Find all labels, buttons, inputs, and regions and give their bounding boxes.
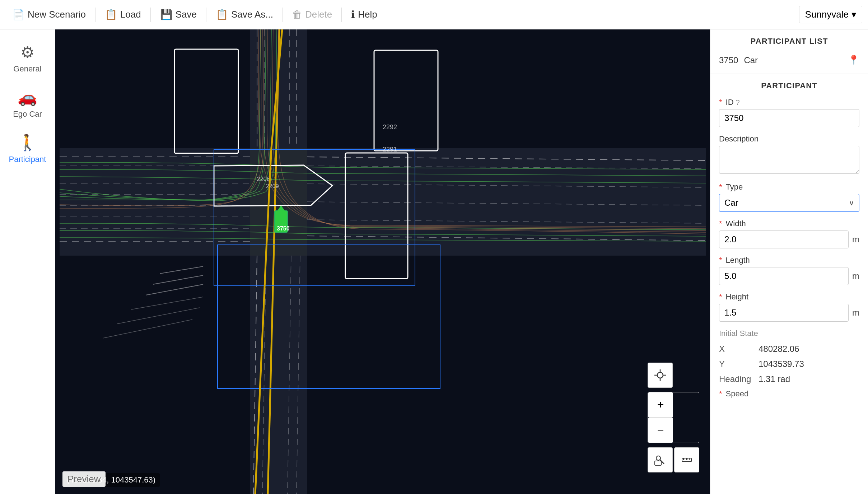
type-label-text: Type — [726, 182, 743, 192]
map-container[interactable]: 2292 2291 2208 2209 3750 — [55, 29, 710, 494]
map-tool-button[interactable] — [648, 447, 673, 472]
state-y-row: Y 1043539.73 — [719, 359, 859, 369]
length-unit: m — [852, 271, 859, 281]
state-heading-value: 1.31 rad — [759, 374, 790, 384]
description-field-row: Description — [719, 134, 859, 175]
zoom-out-button[interactable]: − — [648, 418, 673, 443]
svg-text:3750: 3750 — [277, 225, 290, 232]
svg-line-52 — [660, 460, 664, 464]
zoom-controls: + − — [648, 392, 699, 443]
help-button[interactable]: ℹ Help — [345, 4, 383, 25]
divider-5 — [341, 8, 342, 22]
description-textarea[interactable] — [719, 146, 859, 174]
zoom-in-button[interactable]: + — [648, 392, 673, 418]
width-input[interactable] — [719, 230, 849, 248]
divider-4 — [283, 8, 283, 22]
save-button[interactable]: 💾 Save — [154, 4, 203, 25]
right-panel: PARTICIPANT LIST 3750 Car 📍 PARTICIPANT … — [710, 29, 868, 494]
chevron-down-icon: ▾ — [851, 9, 856, 20]
map-tool-icon — [654, 454, 666, 466]
participant-list-row[interactable]: 3750 Car 📍 — [719, 51, 859, 69]
description-label-text: Description — [719, 134, 759, 144]
length-field-row: * Length m — [719, 256, 859, 285]
svg-rect-2 — [60, 148, 706, 256]
gear-icon: ⚙ — [20, 43, 34, 61]
state-heading-label: Heading — [719, 374, 759, 384]
sidebar-item-participant[interactable]: 🚶 Participant — [4, 127, 51, 171]
new-scenario-icon: 📄 — [12, 9, 25, 20]
car-icon: 🚗 — [18, 88, 37, 107]
preview-label[interactable]: Preview — [62, 471, 106, 487]
svg-rect-53 — [655, 461, 661, 465]
id-field-label: * ID ? — [719, 98, 859, 107]
type-select-wrapper: ∨ — [719, 194, 859, 212]
svg-rect-0 — [60, 29, 706, 494]
sidebar-participant-label: Participant — [9, 155, 46, 164]
state-x-row: X 480282.06 — [719, 344, 859, 354]
height-input[interactable] — [719, 304, 849, 322]
location-label: Sunnyvale — [805, 9, 849, 20]
map-controls: + − — [648, 363, 699, 472]
height-label-text: Height — [726, 292, 749, 302]
left-sidebar: ⚙ General 🚗 Ego Car 🚶 Participant — [0, 29, 55, 494]
recenter-button[interactable] — [648, 363, 673, 388]
id-field-row: * ID ? — [719, 98, 859, 127]
id-label-text: ID — [726, 98, 734, 107]
new-scenario-label: New Scenario — [28, 9, 86, 20]
state-y-value: 1043539.73 — [759, 359, 804, 369]
crosshair-icon — [654, 369, 667, 382]
sidebar-item-general[interactable]: ⚙ General — [4, 37, 51, 80]
load-button[interactable]: 📋 Load — [98, 4, 148, 25]
delete-button[interactable]: 🗑 Delete — [286, 4, 339, 25]
save-label: Save — [176, 9, 197, 20]
svg-text:2208: 2208 — [257, 176, 270, 182]
ruler-icon — [681, 454, 693, 466]
length-input[interactable] — [719, 267, 849, 285]
height-unit: m — [852, 308, 859, 318]
delete-icon: 🗑 — [292, 9, 302, 20]
main-area: ⚙ General 🚗 Ego Car 🚶 Participant — [0, 29, 868, 494]
minus-icon: − — [657, 424, 664, 437]
state-heading-row: Heading 1.31 rad — [719, 374, 859, 384]
save-as-label: Save As... — [231, 9, 273, 20]
height-field-row: * Height m — [719, 292, 859, 322]
location-selector[interactable]: Sunnyvale ▾ — [799, 6, 862, 23]
help-label: Help — [358, 9, 377, 20]
initial-state-title: Initial State — [719, 329, 859, 338]
sidebar-item-ego-car[interactable]: 🚗 Ego Car — [4, 81, 51, 125]
participant-list-id: 3750 — [719, 55, 738, 65]
ruler-button[interactable] — [674, 447, 699, 472]
participant-icon: 🚶 — [18, 133, 37, 152]
svg-text:2291: 2291 — [383, 146, 397, 153]
toolbar: 📄 New Scenario 📋 Load 💾 Save 📋 Save As..… — [0, 0, 868, 29]
participant-list-type: Car — [744, 55, 758, 65]
load-label: Load — [120, 9, 141, 20]
participant-detail: PARTICIPANT * ID ? Description — [710, 74, 868, 413]
id-help-icon[interactable]: ? — [736, 98, 740, 107]
divider-1 — [95, 8, 95, 22]
new-scenario-button[interactable]: 📄 New Scenario — [6, 4, 92, 25]
description-field-label: Description — [719, 134, 859, 144]
svg-point-46 — [657, 372, 663, 378]
svg-text:2292: 2292 — [383, 124, 397, 131]
width-field-label: * Width — [719, 219, 859, 228]
location-pin-icon[interactable]: 📍 — [848, 55, 859, 66]
width-field-row: * Width m — [719, 219, 859, 248]
state-speed-label: Speed — [726, 389, 765, 399]
participant-list-title: PARTICIPANT LIST — [719, 37, 859, 46]
length-field-label: * Length — [719, 256, 859, 265]
participant-list-section: PARTICIPANT LIST 3750 Car 📍 — [710, 29, 868, 74]
width-label-text: Width — [726, 219, 746, 228]
divider-3 — [206, 8, 206, 22]
participant-detail-title: PARTICIPANT — [719, 81, 859, 90]
state-x-label: X — [719, 344, 759, 354]
type-select[interactable] — [719, 194, 859, 212]
delete-label: Delete — [305, 9, 332, 20]
help-icon: ℹ — [351, 9, 355, 20]
sidebar-general-label: General — [13, 64, 41, 74]
width-unit: m — [852, 234, 859, 244]
height-field-label: * Height — [719, 292, 859, 302]
id-input[interactable] — [719, 109, 859, 127]
save-as-button[interactable]: 📋 Save As... — [209, 4, 280, 25]
load-icon: 📋 — [105, 9, 117, 20]
